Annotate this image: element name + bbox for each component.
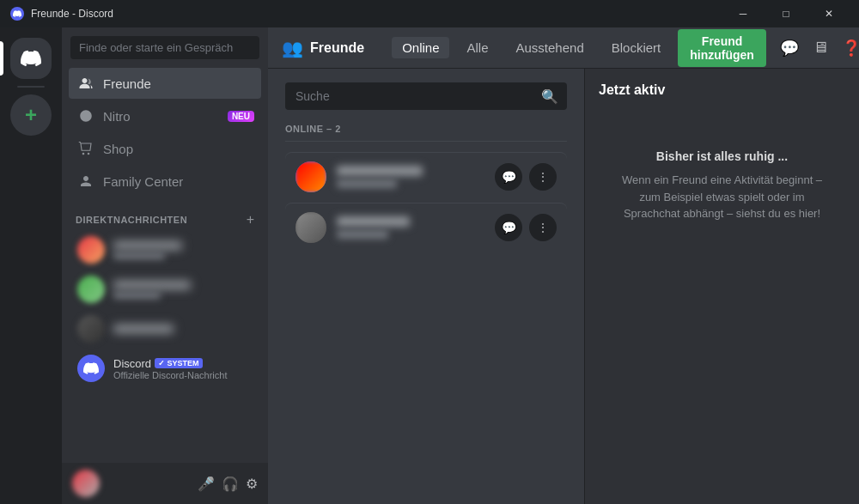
friend-info-2 [337, 216, 495, 239]
friend-name-2 [337, 216, 410, 227]
friend-status-2 [337, 230, 388, 239]
system-badge: ✓ SYSTEM [155, 358, 203, 368]
titlebar: Freunde - Discord ─ □ ✕ [0, 0, 859, 27]
dm-name-2 [113, 281, 191, 289]
dm-user-info-3 [113, 325, 174, 333]
friend-actions-1: 💬 ⋮ [495, 163, 557, 191]
dm-avatar-3 [77, 315, 105, 343]
shop-icon [77, 140, 94, 157]
dm-button[interactable] [10, 38, 52, 79]
friends-search: 🔍 [285, 82, 567, 110]
friends-search-input[interactable] [285, 82, 567, 110]
minimize-button[interactable]: ─ [723, 0, 763, 27]
dm-user-info-2 [113, 281, 191, 299]
dm-header-label: DIREKTNACHRICHTEN [76, 215, 187, 225]
nitro-label: Nitro [103, 109, 131, 124]
nitro-badge: NEU [228, 111, 254, 122]
tab-pending[interactable]: Ausstehend [506, 37, 594, 58]
friend-avatar-image-2 [295, 212, 326, 243]
dm-status-1 [113, 252, 165, 259]
dm-name-1 [113, 241, 182, 250]
active-indicator [0, 41, 3, 76]
dm-add-button[interactable]: + [247, 212, 254, 228]
dm-list: Discord ✓ SYSTEM Offizielle Discord-Nach… [62, 231, 268, 463]
dm-item-3[interactable] [69, 310, 261, 348]
activity-panel: Jetzt aktiv Bisher ist alles ruhig ... W… [584, 69, 859, 504]
friends-topbar-icon: 👥 [282, 38, 303, 58]
sidebar-item-family-center[interactable]: Family Center [69, 166, 261, 197]
sidebar-item-shop[interactable]: Shop [69, 133, 261, 164]
app-layout: + Freunde Nitro NEU [0, 27, 859, 504]
online-header: ONLINE – 2 [285, 124, 567, 142]
more-button-2[interactable]: ⋮ [529, 214, 557, 241]
friends-area: 🔍 ONLINE – 2 💬 ⋮ [268, 69, 859, 504]
more-button-1[interactable]: ⋮ [529, 163, 557, 191]
topbar-right: 💬 🖥 ❓ [780, 39, 859, 58]
topbar-tabs: Online Alle Ausstehend Blockiert Freund … [392, 29, 766, 67]
activity-quiet: Bisher ist alles ruhig ... Wenn ein Freu… [599, 115, 845, 240]
inbox-icon[interactable]: 🖥 [813, 39, 828, 57]
activity-title: Jetzt aktiv [599, 82, 845, 98]
dm-item-1[interactable] [69, 231, 261, 269]
sidebar-nav: Freunde Nitro NEU Shop [62, 68, 268, 198]
user-avatar [72, 470, 100, 497]
search-icon: 🔍 [541, 88, 558, 105]
add-friend-button[interactable]: Freund hinzufügen [678, 29, 766, 67]
friend-avatar-1 [295, 161, 326, 192]
activity-quiet-title: Bisher ist alles ruhig ... [616, 149, 828, 163]
new-group-dm-icon[interactable]: 💬 [780, 39, 799, 58]
discord-logo-icon [10, 7, 24, 21]
channel-sidebar: Freunde Nitro NEU Shop [62, 27, 268, 504]
server-divider [17, 86, 45, 88]
discord-dm-name: Discord ✓ SYSTEM [113, 357, 227, 370]
headphone-button[interactable]: 🎧 [222, 476, 239, 492]
discord-dm-info: Discord ✓ SYSTEM Offizielle Discord-Nach… [113, 357, 227, 380]
topbar-friends-section: 👥 Freunde [282, 38, 364, 58]
friends-label: Freunde [103, 76, 151, 91]
dm-item-2[interactable] [69, 270, 261, 308]
user-controls: 🎤 🎧 ⚙ [198, 476, 258, 492]
sidebar-item-nitro[interactable]: Nitro NEU [69, 100, 261, 131]
friend-item-2[interactable]: 💬 ⋮ [285, 203, 567, 252]
dm-avatar-1 [77, 236, 105, 264]
activity-quiet-text: Wenn ein Freund eine Aktivität beginnt –… [616, 172, 828, 222]
user-panel-left [72, 470, 100, 497]
friend-avatar-2 [295, 212, 326, 243]
search-box [62, 27, 268, 68]
window-title: Freunde - Discord [31, 8, 113, 20]
topbar: 👥 Freunde Online Alle Ausstehend Blockie… [268, 27, 859, 69]
nitro-icon [77, 107, 94, 124]
discord-system-avatar [77, 355, 105, 382]
shop-label: Shop [103, 142, 133, 156]
dm-name-3 [113, 325, 174, 333]
find-or-start-input[interactable] [70, 36, 259, 59]
dm-status-2 [113, 292, 161, 299]
titlebar-left: Freunde - Discord [10, 7, 113, 21]
server-sidebar: + [0, 27, 62, 504]
dm-section-header: DIREKTNACHRICHTEN + [62, 198, 268, 231]
maximize-button[interactable]: □ [766, 0, 806, 27]
message-button-1[interactable]: 💬 [495, 163, 522, 191]
dm-item-discord[interactable]: Discord ✓ SYSTEM Offizielle Discord-Nach… [69, 349, 261, 387]
tab-online[interactable]: Online [392, 37, 449, 58]
add-server-button[interactable]: + [10, 94, 52, 136]
sidebar-item-friends[interactable]: Freunde [69, 68, 261, 99]
family-center-label: Family Center [103, 174, 183, 189]
tab-blocked[interactable]: Blockiert [601, 37, 672, 58]
friend-info-1 [337, 166, 495, 188]
close-button[interactable]: ✕ [809, 0, 849, 27]
titlebar-controls[interactable]: ─ □ ✕ [723, 0, 849, 27]
topbar-title: Freunde [310, 40, 364, 56]
friend-avatar-image-1 [295, 161, 326, 192]
message-button-2[interactable]: 💬 [495, 214, 522, 241]
friends-icon [77, 75, 94, 92]
help-icon[interactable]: ❓ [842, 39, 859, 58]
settings-button[interactable]: ⚙ [246, 476, 258, 492]
friend-item-1[interactable]: 💬 ⋮ [285, 152, 567, 201]
dm-avatar-2 [77, 276, 105, 303]
friend-actions-2: 💬 ⋮ [495, 214, 557, 241]
family-center-icon [77, 173, 94, 190]
main-content: 👥 Freunde Online Alle Ausstehend Blockie… [268, 27, 859, 504]
tab-all[interactable]: Alle [456, 37, 498, 58]
mic-button[interactable]: 🎤 [198, 476, 215, 492]
